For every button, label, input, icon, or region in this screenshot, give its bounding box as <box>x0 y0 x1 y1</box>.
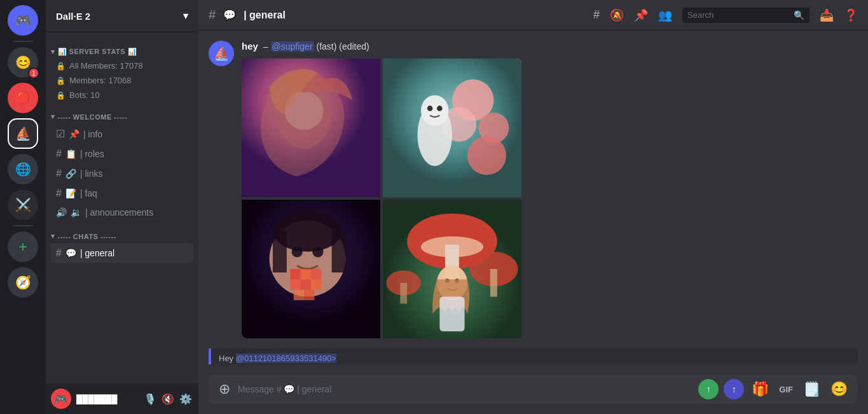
server-5-icon: ⚔️ <box>15 197 31 212</box>
search-bar[interactable]: 🔍 <box>682 8 809 23</box>
channel-sidebar: Dall·E 2 ▾ ▾ 📊 SERVER STATS 📊 🔒 All Memb… <box>46 0 198 414</box>
message-group: ⛵ hey – @supfiger (fast) (edited) <box>209 41 858 338</box>
channel-chat-icon: 💬 <box>223 9 236 21</box>
user-avatar: 🎮 <box>51 389 71 409</box>
collapse-arrow-icon-3: ▾ <box>51 232 55 240</box>
message-text-input[interactable] <box>238 376 693 402</box>
discord-logo-icon: 🎮 <box>15 13 31 28</box>
ai-image-2[interactable] <box>383 59 521 197</box>
chats-category-label: ----- CHATS ------ <box>58 233 116 240</box>
sticker-button[interactable]: 🗒️ <box>801 375 823 404</box>
pin-icon: 📌 <box>69 129 79 139</box>
stat-label: All Members: 17078 <box>69 61 143 71</box>
channel-info[interactable]: ☑ 📌 | info <box>51 124 193 144</box>
dropdown-arrow-icon: ▾ <box>183 10 188 22</box>
server-divider-2 <box>13 225 33 226</box>
ai-image-3[interactable] <box>242 200 380 338</box>
category-server-stats[interactable]: ▾ 📊 SERVER STATS 📊 <box>46 38 198 59</box>
svg-rect-17 <box>290 269 300 279</box>
stat-label-3: Bots: 10 <box>69 90 100 100</box>
user-panel: 🎮 ███████ 🎙️ 🔇 ⚙️ <box>46 383 198 414</box>
svg-point-10 <box>421 95 449 125</box>
dalle-icon: ⛵ <box>15 126 31 141</box>
hashtag-threads-icon: # <box>593 8 600 22</box>
sidebar-item-home[interactable]: 🎮 <box>8 5 38 36</box>
category-label: 📊 SERVER STATS 📊 <box>58 48 137 56</box>
gif-button[interactable]: GIF <box>776 378 796 401</box>
svg-point-8 <box>467 136 506 175</box>
svg-rect-24 <box>304 289 314 300</box>
svg-rect-30 <box>490 269 497 297</box>
category-welcome[interactable]: ▾ ----- WELCOME ----- <box>46 102 198 123</box>
svg-point-12 <box>437 106 443 111</box>
sidebar-item-dalle[interactable]: ⛵ <box>8 118 38 149</box>
sidebar-item-server-2[interactable]: 🔴 <box>8 83 38 113</box>
hashtag-icon-button[interactable]: # <box>593 8 600 22</box>
svg-rect-21 <box>301 279 311 289</box>
add-server-button[interactable]: + <box>8 231 38 262</box>
user-name: ███████ <box>76 394 137 404</box>
message-input-box: ⊕ ↑ ↑ 🎁 GIF 🗒️ 😊 <box>209 375 858 404</box>
message-author: hey <box>242 41 258 52</box>
channel-links-label: | links <box>80 169 103 179</box>
nitro-button-1[interactable]: ↑ <box>698 379 719 399</box>
sidebar-item-server-4[interactable]: 🌐 <box>8 154 38 184</box>
svg-rect-26 <box>273 231 287 272</box>
svg-rect-3 <box>242 59 380 197</box>
svg-rect-23 <box>294 289 304 300</box>
settings-button[interactable]: ⚙️ <box>178 392 193 406</box>
ai-art-svg-4 <box>383 200 521 338</box>
server-2-icon: 🔴 <box>16 91 30 105</box>
nitro-button-2[interactable]: ↑ <box>724 379 744 399</box>
gift-button[interactable]: 🎁 <box>749 375 771 404</box>
plus-circle-icon: ⊕ <box>219 381 230 397</box>
svg-rect-27 <box>332 231 346 272</box>
deafen-button[interactable]: 🔇 <box>160 392 176 406</box>
channel-announcements[interactable]: 🔊 🔉 | announcements <box>51 204 193 221</box>
message-body: hey – @supfiger (fast) (edited) <box>242 41 858 338</box>
header-icons: # 🔕 📌 👥 🔍 📥 ❓ <box>593 8 858 23</box>
svg-rect-39 <box>439 296 464 331</box>
stat-label-2: Members: 17068 <box>69 76 132 85</box>
volume-icon: 🔉 <box>71 207 81 217</box>
sidebar-item-server-1[interactable]: 😊 1 <box>8 47 38 78</box>
inbox-button[interactable]: 📥 <box>820 8 834 22</box>
ai-image-4[interactable] <box>383 200 521 338</box>
members-button[interactable]: 👥 <box>658 8 672 22</box>
emoji-button[interactable]: 😊 <box>828 375 850 404</box>
channel-faq[interactable]: # 📝 | faq <box>51 184 193 203</box>
svg-rect-22 <box>311 279 321 289</box>
user-avatar-icon: 🎮 <box>55 393 67 405</box>
channel-list: ▾ 📊 SERVER STATS 📊 🔒 All Members: 17078 … <box>46 32 198 383</box>
gif-icon: GIF <box>779 385 793 394</box>
ai-image-1[interactable] <box>242 59 380 197</box>
message-header: hey – @supfiger (fast) (edited) <box>242 41 858 53</box>
message-avatar: ⛵ <box>209 41 234 66</box>
plus-icon: + <box>18 238 27 256</box>
server-1-icon: 😊 <box>15 55 31 70</box>
pin-button[interactable]: 📌 <box>634 8 648 22</box>
server-name: Dall·E 2 <box>56 11 90 22</box>
mute-channel-button[interactable]: 🔕 <box>610 8 624 22</box>
server-header[interactable]: Dall·E 2 ▾ <box>46 0 198 32</box>
add-attachment-button[interactable]: ⊕ <box>216 375 233 404</box>
speaker-icon: 🔊 <box>56 207 67 217</box>
help-button[interactable]: ❓ <box>844 8 858 22</box>
mute-button[interactable]: 🎙️ <box>142 392 158 406</box>
question-mark-icon: ❓ <box>844 8 858 22</box>
search-input[interactable] <box>687 10 789 20</box>
channel-general[interactable]: # 💬 | general <box>51 244 193 263</box>
stat-all-members: 🔒 All Members: 17078 <box>46 59 198 73</box>
channel-roles[interactable]: # 📋 | roles <box>51 144 193 163</box>
links-emoji-icon: 🔗 <box>65 169 76 179</box>
channel-links[interactable]: # 🔗 | links <box>51 164 193 183</box>
ai-art-svg-2 <box>383 59 521 197</box>
bell-slash-icon: 🔕 <box>610 8 624 22</box>
lock-icon: 🔒 <box>56 62 65 71</box>
category-chats[interactable]: ▾ ----- CHATS ------ <box>46 222 198 243</box>
ai-art-svg-1 <box>242 59 380 197</box>
hash-icon: # <box>56 148 62 160</box>
sidebar-item-server-5[interactable]: ⚔️ <box>8 190 38 220</box>
discover-button[interactable]: 🧭 <box>8 267 38 298</box>
user-controls: 🎙️ 🔇 ⚙️ <box>142 392 193 406</box>
